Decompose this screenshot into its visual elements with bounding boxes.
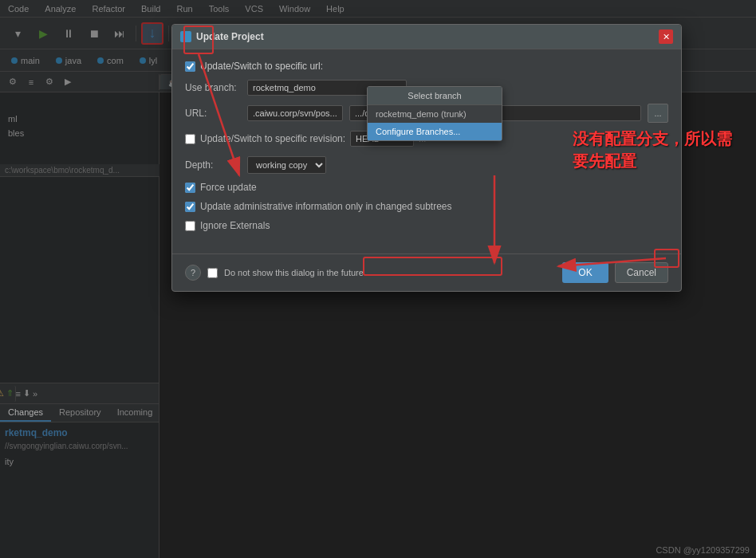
update-switch-checkbox-row: Update/Switch to specific url: <box>185 61 668 72</box>
help-button[interactable]: ? <box>185 265 201 281</box>
url-input[interactable] <box>247 105 343 121</box>
ignore-externals-row: Ignore Externals <box>185 220 668 231</box>
dialog-footer-right: OK Cancel <box>562 262 668 283</box>
ignore-externals-label: Ignore Externals <box>200 220 270 231</box>
ok-button[interactable]: OK <box>562 262 608 283</box>
branch-item-trunk[interactable]: rocketmq_demo (trunk) <box>368 105 502 123</box>
dialog-title-bar: Update Project ✕ <box>172 25 681 49</box>
dialog-title: Update Project <box>196 31 264 42</box>
depth-label: Depth: <box>185 159 241 171</box>
revision-checkbox[interactable] <box>185 134 195 144</box>
force-update-checkbox[interactable] <box>185 183 195 193</box>
dialog-close-button[interactable]: ✕ <box>659 29 673 44</box>
ignore-externals-checkbox[interactable] <box>185 221 195 231</box>
force-update-label: Force update <box>200 182 257 193</box>
dialog-icon <box>180 31 191 42</box>
update-admin-checkbox[interactable] <box>185 202 195 212</box>
cancel-button[interactable]: Cancel <box>615 262 668 283</box>
url-label: URL: <box>185 108 241 119</box>
branch-dropdown: Select branch rocketmq_demo (trunk) Conf… <box>367 86 502 141</box>
revision-label: Update/Switch to specific revision: <box>200 133 345 144</box>
update-admin-row: Update administrative information only i… <box>185 201 668 212</box>
annotation-line2: 要先配置 <box>573 150 732 172</box>
branch-dropdown-header: Select branch <box>368 87 502 105</box>
depth-select[interactable]: working copy <box>247 156 326 174</box>
annotation-text: 没有配置分支，所以需 要先配置 <box>573 128 732 172</box>
force-update-row: Force update <box>185 182 668 193</box>
dialog-footer-left: ? Do not show this dialog in the future <box>185 265 364 281</box>
update-admin-label: Update administrative information only i… <box>200 201 452 212</box>
dialog-footer: ? Do not show this dialog in the future … <box>172 253 681 291</box>
annotation-line1: 没有配置分支，所以需 <box>573 128 732 150</box>
do-not-show-checkbox[interactable] <box>207 268 218 278</box>
branch-item-configure[interactable]: Configure Branches... <box>368 123 502 140</box>
update-switch-label: Update/Switch to specific url: <box>200 61 323 72</box>
update-switch-checkbox[interactable] <box>185 61 195 72</box>
url-browse-btn[interactable]: ... <box>648 104 668 123</box>
use-branch-label: Use branch: <box>185 82 241 93</box>
do-not-show-label: Do not show this dialog in the future <box>224 268 364 277</box>
